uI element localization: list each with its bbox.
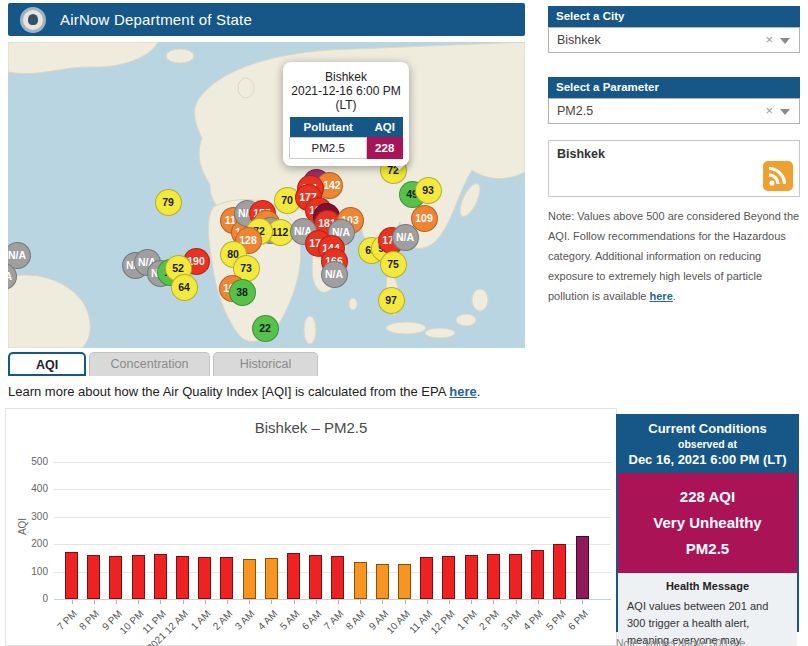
chart-bar[interactable] — [87, 555, 100, 599]
aqi-marker[interactable]: 79 — [155, 189, 182, 216]
chart-bar[interactable] — [109, 556, 122, 599]
chart-bar[interactable] — [487, 554, 500, 599]
learn-more-prefix: Learn more about how the Air Quality Ind… — [8, 384, 449, 399]
chart-bar[interactable] — [287, 553, 300, 599]
chart-x-tickmark — [316, 600, 317, 604]
chart-x-tickmark — [560, 600, 561, 604]
aqi-marker[interactable]: 64 — [171, 274, 198, 301]
chart-bar[interactable] — [265, 558, 278, 599]
popup-aqi-table: Pollutant AQI PM2.5 228 — [289, 117, 403, 159]
chart-bar[interactable] — [198, 557, 211, 599]
chart-x-tickmark — [427, 600, 428, 604]
conditions-aqi-pollutant: PM2.5 — [622, 536, 793, 562]
chart-bar[interactable] — [243, 559, 256, 599]
chart-x-tickmark — [338, 600, 339, 604]
chart-y-tick: 400 — [14, 483, 48, 494]
chart-bar[interactable] — [154, 554, 167, 599]
parameter-caret-icon[interactable] — [780, 109, 790, 115]
chart-gridline — [54, 517, 611, 518]
aqi-marker[interactable]: 75 — [380, 251, 407, 278]
chart-x-tick-label: 2 AM — [211, 608, 235, 632]
chart-x-tick-label: 6 PM — [566, 608, 590, 632]
parameter-select-value: PM2.5 — [557, 104, 593, 118]
chart-bar[interactable] — [553, 544, 566, 599]
chart-x-tickmark — [116, 600, 117, 604]
chart-bar[interactable] — [465, 555, 478, 599]
conditions-health-message: Health Message AQI values between 201 an… — [618, 573, 797, 646]
chart-bar[interactable] — [176, 556, 189, 599]
chart-bar[interactable] — [309, 555, 322, 599]
aqi-world-map[interactable]: N/AN/A79111122N/A155106N/A11272701288073… — [8, 42, 525, 348]
chart-x-tickmark — [516, 600, 517, 604]
current-conditions-header: Current Conditions observed at Dec 16, 2… — [618, 416, 797, 473]
parameter-clear-icon[interactable]: × — [765, 99, 773, 123]
aqi-marker[interactable]: 109 — [411, 205, 438, 232]
chart-x-tickmark — [249, 600, 250, 604]
current-conditions-panel: Current Conditions observed at Dec 16, 2… — [616, 414, 799, 632]
tab-historical[interactable]: Historical — [213, 352, 318, 376]
chart-bar[interactable] — [65, 552, 78, 599]
chart-x-tickmark — [382, 600, 383, 604]
chart-x-tickmark — [449, 600, 450, 604]
chart-x-tick-label: 7 PM — [55, 608, 79, 632]
chart-y-tick: 300 — [14, 511, 48, 522]
chart-bar[interactable] — [354, 562, 367, 599]
conditions-aqi-box: 228 AQI Very Unhealthy PM2.5 — [618, 473, 797, 573]
chart-x-tick-label: 1 PM — [455, 608, 479, 632]
aqi-bar-chart: Bishkek – PM2.5 AQI 01002003004005007 PM… — [5, 408, 617, 646]
popup-pollutant-value: PM2.5 — [290, 138, 367, 159]
chart-bar[interactable] — [420, 557, 433, 599]
aqi-marker[interactable]: N/A — [8, 242, 31, 269]
parameter-select[interactable]: PM2.5 × — [548, 98, 800, 124]
chart-x-tick-label: 3 AM — [233, 608, 257, 632]
chart-gridline — [54, 544, 611, 545]
aqi-marker[interactable]: 22 — [252, 315, 279, 342]
learn-more-link[interactable]: here — [449, 384, 476, 399]
aqi-marker[interactable]: 38 — [229, 279, 256, 306]
city-select[interactable]: Bishkek × — [548, 27, 800, 53]
health-message-title: Health Message — [627, 580, 788, 592]
chart-bar[interactable] — [509, 554, 522, 599]
chart-bar[interactable] — [331, 556, 344, 599]
aqi-marker[interactable]: 97 — [378, 287, 405, 314]
tab-aqi[interactable]: AQI — [8, 352, 86, 376]
chart-x-tickmark — [360, 600, 361, 604]
chart-x-tickmark — [160, 600, 161, 604]
chart-bar[interactable] — [531, 550, 544, 600]
conditions-aqi-value: 228 AQI — [622, 484, 793, 510]
popup-aqi-value: 228 — [367, 138, 403, 159]
city-clear-icon[interactable]: × — [765, 28, 773, 52]
chart-bar[interactable] — [442, 556, 455, 599]
chart-x-tickmark — [493, 600, 494, 604]
aqi-marker[interactable]: 93 — [415, 177, 442, 204]
chart-bar[interactable] — [576, 536, 589, 599]
chart-bar[interactable] — [132, 555, 145, 599]
aqi-marker[interactable]: N/A — [321, 261, 348, 288]
chart-y-tick: 200 — [14, 538, 48, 549]
popup-col-aqi: AQI — [367, 117, 403, 138]
city-caret-icon[interactable] — [780, 38, 790, 44]
popup-timezone: (LT) — [289, 98, 403, 112]
chart-bar[interactable] — [376, 564, 389, 599]
chart-x-tick-label: 1 AM — [189, 608, 213, 632]
rss-icon[interactable] — [763, 161, 793, 191]
sidebar-note-suffix: . — [673, 290, 676, 302]
conditions-aqi-category: Very Unhealthy — [622, 510, 793, 536]
conditions-datetime: Dec 16, 2021 6:00 PM (LT) — [622, 452, 793, 467]
tab-concentration[interactable]: Concentration — [89, 352, 210, 376]
chart-bar[interactable] — [398, 564, 411, 599]
popup-datetime: 2021-12-16 6:00 PM — [289, 84, 403, 98]
chart-x-tick-label: 4 AM — [255, 608, 279, 632]
sidebar-note-link[interactable]: here — [650, 290, 673, 302]
chart-x-tick-label: 6 AM — [300, 608, 324, 632]
chart-x-tick-label: 12 PM — [428, 608, 456, 636]
chart-x-tick-label: 3 PM — [499, 608, 523, 632]
city-select-value: Bishkek — [557, 33, 601, 47]
select-city-header: Select a City — [548, 6, 800, 27]
chart-bar[interactable] — [220, 557, 233, 599]
popup-col-pollutant: Pollutant — [290, 117, 367, 138]
popup-city: Bishkek — [289, 70, 403, 84]
chart-x-tick-label: 7 AM — [322, 608, 346, 632]
chart-x-tickmark — [294, 600, 295, 604]
chart-x-tickmark — [405, 600, 406, 604]
